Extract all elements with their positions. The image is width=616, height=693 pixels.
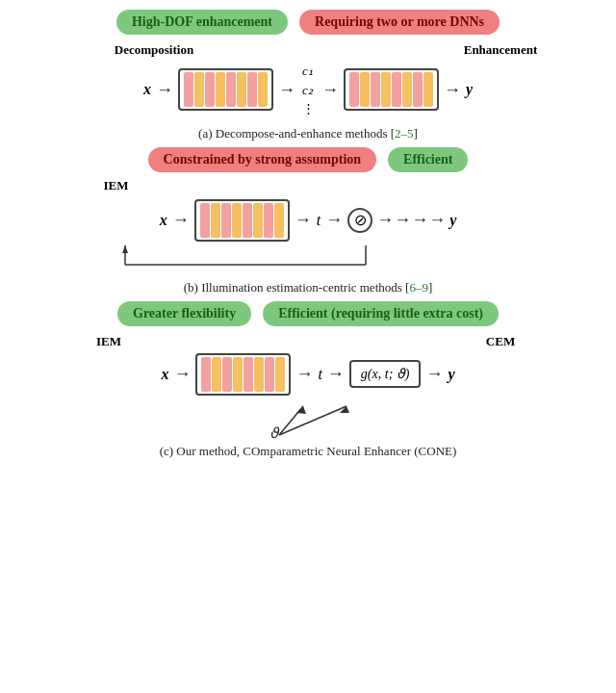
badge-efficient-b: Efficient [388, 147, 468, 172]
badge-efficient-c: Efficient (requiring little extra cost) [263, 301, 499, 326]
badge-flexibility: Greater flexibility [117, 301, 251, 326]
theta-arrows: ϑ [231, 401, 424, 440]
arrow-3-c: → [322, 364, 349, 384]
c-labels: c₁ c₂ ⋮ [302, 62, 315, 118]
estrip-7 [413, 72, 423, 107]
arrow-4-a: → [439, 80, 466, 100]
strip-4 [216, 72, 225, 107]
estrip-8 [424, 72, 433, 107]
circle-op-b: ⊘ [347, 208, 372, 233]
caption-a: (a) Decompose-and-enhance methods [2–5] [198, 126, 418, 141]
caption-b: (b) Illumination estimation-centric meth… [184, 280, 433, 295]
caption-c: (c) Our method, COmparametric Neural Enh… [160, 444, 457, 459]
feedback-arrow-b [116, 245, 424, 272]
section-a: High-DOF enhancement Requiring two or mo… [10, 10, 606, 147]
estrip-6 [402, 72, 412, 107]
input-x-c: x [161, 366, 168, 383]
strip-8 [258, 72, 268, 107]
arrow-3-a: → [317, 80, 344, 100]
strip-7 [247, 72, 257, 107]
output-y-a: y [466, 81, 473, 98]
cem-label-c: CEM [486, 334, 515, 348]
main-container: High-DOF enhancement Requiring two or mo… [0, 0, 616, 693]
estrip-1 [349, 72, 359, 107]
arrow-2-a: → [273, 80, 300, 100]
section-b-flow: x → → t → ⊘ →→→→ y [160, 199, 457, 242]
svg-marker-3 [122, 245, 128, 253]
section-c: Greater flexibility Efficient (requiring… [10, 301, 606, 465]
arrow-4-b: →→→→ [372, 210, 449, 230]
badge-constrained: Constrained by strong assumption [148, 147, 377, 172]
output-y-c: y [448, 366, 454, 383]
strip-2 [194, 72, 204, 107]
arrow-1-a: → [151, 80, 178, 100]
enhance-label: Enhancement [464, 42, 538, 57]
arrow-1-b: → [167, 210, 194, 230]
section-c-badges: Greater flexibility Efficient (requiring… [117, 301, 499, 326]
badge-requiring-dnns: Requiring two or more DNNs [299, 10, 500, 35]
func-label-c: g(x, t; ϑ) [361, 367, 410, 381]
strip-3 [205, 72, 215, 107]
input-x-a: x [143, 81, 151, 98]
section-a-flow: x → → c₁ c₂ ⋮ → [143, 62, 473, 118]
iem-label-b: IEM [104, 178, 129, 193]
estrip-5 [392, 72, 401, 107]
strip-5 [226, 72, 236, 107]
cem-func-box: g(x, t; ϑ) [349, 360, 422, 388]
badge-high-dof: High-DOF enhancement [116, 10, 288, 35]
output-y-b: y [449, 212, 456, 229]
estrip-3 [371, 72, 380, 107]
svg-line-6 [279, 406, 346, 435]
input-x-b: x [160, 212, 167, 229]
enhance-block [344, 68, 439, 111]
iem-label-c: IEM [96, 334, 121, 348]
section-b: Constrained by strong assumption Efficie… [10, 147, 606, 301]
cdots-label: ⋮ [302, 99, 315, 118]
iem-block-b [194, 199, 290, 242]
section-c-flow: x → → t → g(x, t; ϑ) [161, 353, 454, 396]
arrow-1-c: → [168, 364, 195, 384]
section-a-badges: High-DOF enhancement Requiring two or mo… [116, 10, 500, 35]
strip-6 [237, 72, 246, 107]
arrow-2-b: → [290, 210, 317, 230]
decomp-block [178, 68, 273, 111]
svg-text:ϑ: ϑ [270, 425, 280, 440]
arrow-2-c: → [291, 364, 318, 384]
estrip-4 [381, 72, 391, 107]
c2-label: c₂ [302, 81, 313, 100]
section-b-badges: Constrained by strong assumption Efficie… [148, 147, 469, 172]
c1-label: c₁ [302, 62, 313, 81]
arrow-4-c: → [421, 364, 448, 384]
arrow-3-b: → [321, 210, 347, 230]
svg-marker-5 [296, 406, 306, 414]
estrip-2 [360, 72, 370, 107]
decomp-label: Decomposition [115, 42, 193, 57]
iem-block-c [195, 353, 291, 396]
strip-1 [184, 72, 193, 107]
